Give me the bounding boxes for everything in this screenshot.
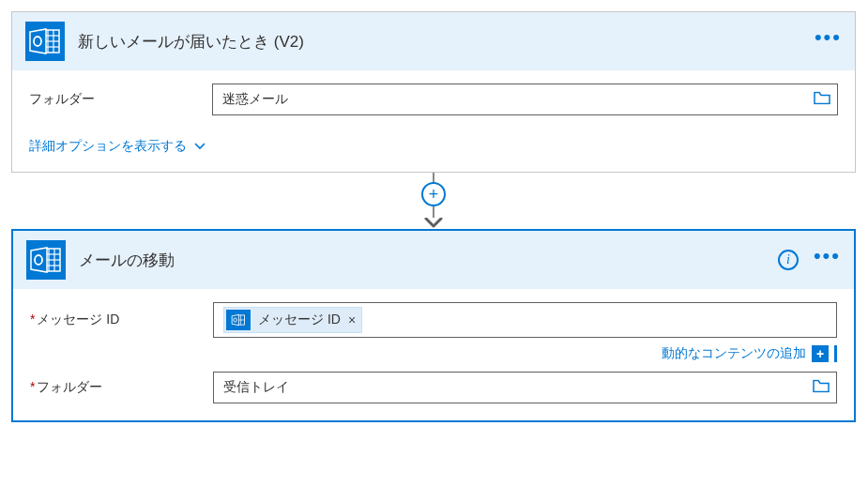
trigger-menu-button[interactable]: ••• [815, 33, 842, 50]
token-remove-button[interactable]: × [348, 312, 356, 327]
action-folder-row: *フォルダー 受信トレイ [30, 372, 837, 403]
connector-line [433, 173, 434, 182]
action-menu-button[interactable]: ••• [814, 251, 841, 268]
message-id-label: *メッセージ ID [30, 312, 213, 328]
chevron-down-icon [194, 140, 206, 153]
action-folder-value: 受信トレイ [223, 379, 289, 396]
folder-picker-icon[interactable] [814, 92, 830, 108]
svg-marker-22 [232, 314, 238, 325]
outlook-icon [26, 240, 66, 280]
token-label: メッセージ ID [258, 312, 341, 328]
svg-marker-16 [31, 248, 47, 272]
action-card-body: *メッセージ ID [13, 289, 854, 420]
trigger-folder-input[interactable]: 迷惑メール [212, 84, 838, 115]
message-id-token: メッセージ ID × [223, 307, 362, 333]
advanced-options-toggle[interactable]: 詳細オプションを表示する [29, 138, 206, 155]
dynamic-content-row: 動的なコンテンツの追加 + [30, 345, 837, 362]
folder-picker-icon[interactable] [813, 380, 830, 396]
dynamic-content-link[interactable]: 動的なコンテンツの追加 [662, 345, 806, 362]
trigger-folder-row: フォルダー 迷惑メール [29, 84, 838, 115]
dynamic-content-add-button[interactable]: + [812, 345, 829, 362]
action-folder-input[interactable]: 受信トレイ [213, 372, 837, 403]
outlook-token-icon [226, 310, 251, 330]
info-button[interactable]: i [778, 250, 799, 270]
message-id-row: *メッセージ ID [30, 302, 837, 338]
action-title: メールの移動 [79, 250, 765, 271]
action-card-header: メールの移動 i ••• [13, 231, 854, 289]
flow-connector: + [11, 173, 856, 229]
outlook-icon [25, 22, 65, 61]
svg-marker-7 [30, 29, 46, 53]
trigger-card: 新しいメールが届いたとき (V2) ••• フォルダー 迷惑メール 詳細オプショ… [11, 11, 856, 173]
action-folder-label: *フォルダー [30, 379, 213, 396]
add-step-button[interactable]: + [421, 182, 446, 206]
dynamic-content-handle[interactable] [834, 345, 837, 362]
action-card: メールの移動 i ••• *メッセージ ID [11, 229, 856, 422]
advanced-options-label: 詳細オプションを表示する [29, 138, 187, 155]
message-id-input[interactable]: メッセージ ID × [213, 302, 837, 338]
trigger-folder-label: フォルダー [29, 91, 212, 108]
trigger-card-body: フォルダー 迷惑メール 詳細オプションを表示する [12, 70, 855, 172]
trigger-title: 新しいメールが届いたとき (V2) [78, 31, 801, 53]
arrow-down-icon [424, 218, 443, 229]
connector-line [433, 206, 434, 218]
trigger-card-header: 新しいメールが届いたとき (V2) ••• [12, 12, 855, 70]
trigger-folder-value: 迷惑メール [222, 91, 288, 108]
